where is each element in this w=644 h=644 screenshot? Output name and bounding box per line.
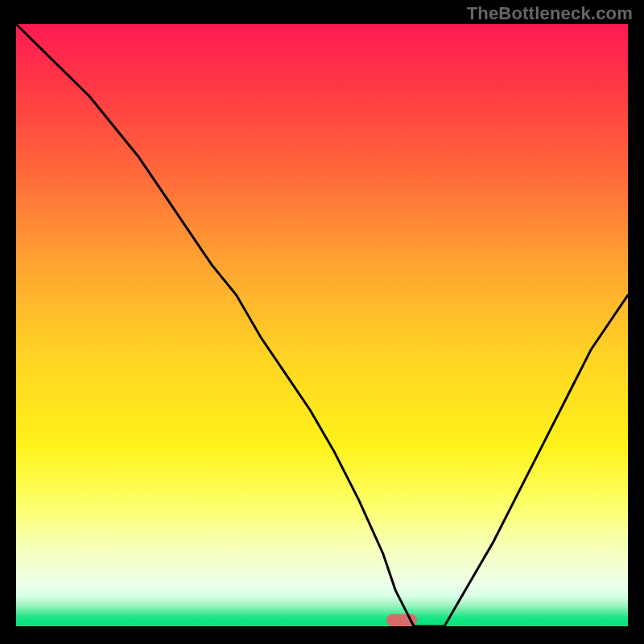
plot-area xyxy=(16,24,628,626)
watermark-text: TheBottleneck.com xyxy=(467,3,633,24)
chart-frame: TheBottleneck.com xyxy=(0,0,644,644)
bottleneck-curve xyxy=(16,24,628,626)
